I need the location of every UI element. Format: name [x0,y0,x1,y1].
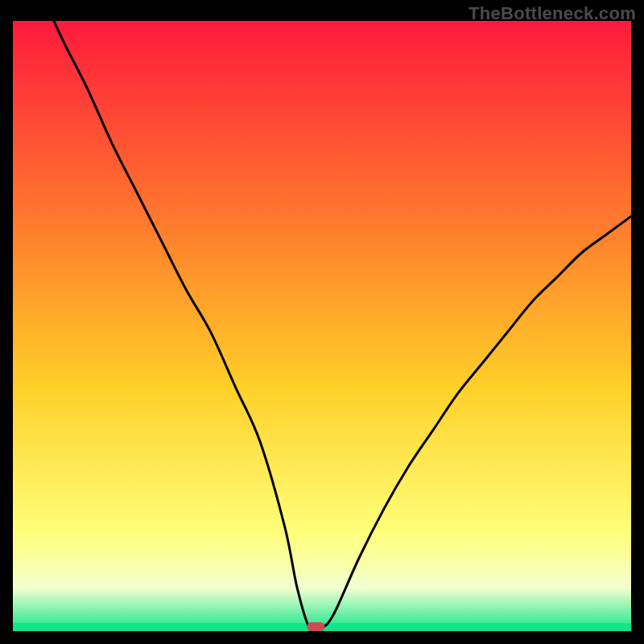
gradient-background [13,21,631,631]
chart-svg [13,21,631,631]
bottleneck-plot [13,21,631,631]
chart-stage: TheBottleneck.com [0,0,644,644]
minimum-marker [307,622,324,631]
